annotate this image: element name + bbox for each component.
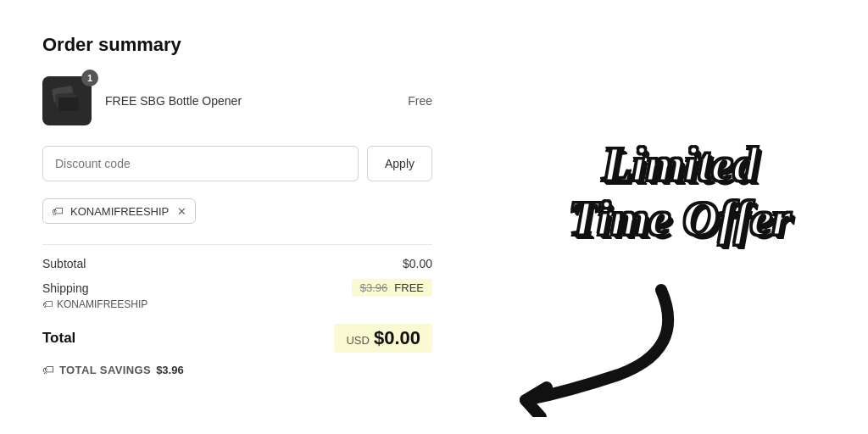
promo-text: Limited Time Offer [569, 137, 792, 246]
promo-line2: Time Offer [569, 192, 792, 246]
shipping-code-row: 🏷 KONAMIFREESHIP [42, 298, 432, 310]
shipping-original-price: $3.96 [360, 281, 388, 294]
discount-input[interactable] [42, 146, 359, 181]
shipping-free-label: FREE [394, 281, 424, 294]
subtotal-value: $0.00 [403, 257, 432, 270]
product-name: FREE SBG Bottle Opener [105, 94, 394, 108]
shipping-row: Shipping $3.96 FREE 🏷 KONAMIFREESHIP [42, 279, 432, 320]
arrow-decoration [500, 281, 687, 417]
savings-icon: 🏷 [42, 363, 54, 376]
shipping-coupon-icon: 🏷 [42, 298, 53, 310]
divider [42, 244, 432, 245]
product-quantity-badge: 1 [81, 70, 98, 86]
total-currency: USD [346, 334, 369, 347]
total-row: Total USD $0.00 [42, 324, 432, 353]
total-amount: $0.00 [374, 327, 420, 349]
total-label: Total [42, 330, 75, 347]
discount-row: Apply [42, 146, 432, 181]
svg-rect-2 [58, 97, 79, 111]
savings-label: TOTAL SAVINGS [59, 364, 151, 376]
subtotal-row: Subtotal $0.00 [42, 257, 432, 270]
product-price: Free [408, 94, 432, 108]
shipping-label: Shipping [42, 281, 89, 295]
shipping-value-wrapper: $3.96 FREE [352, 279, 432, 297]
page-title: Order summary [42, 34, 432, 56]
shipping-top: Shipping $3.96 FREE [42, 279, 432, 297]
right-panel: Limited Time Offer [475, 0, 868, 434]
left-panel: Order summary 1 FREE SBG Bottle Opener F… [0, 0, 475, 434]
savings-row: 🏷 TOTAL SAVINGS $3.96 [42, 363, 432, 376]
remove-coupon-button[interactable]: ✕ [177, 205, 186, 218]
tag-icon: 🏷 [52, 204, 64, 218]
product-image-wrapper: 1 [42, 76, 92, 125]
apply-button[interactable]: Apply [367, 146, 432, 181]
coupon-code-label: KONAMIFREESHIP [70, 205, 169, 218]
savings-amount: $3.96 [156, 364, 184, 376]
product-row: 1 FREE SBG Bottle Opener Free [42, 76, 432, 125]
product-icon [50, 84, 84, 118]
shipping-coupon-code: KONAMIFREESHIP [57, 298, 147, 310]
total-value-wrapper: USD $0.00 [334, 324, 432, 353]
coupon-tag: 🏷 KONAMIFREESHIP ✕ [42, 198, 196, 224]
subtotal-label: Subtotal [42, 257, 86, 270]
promo-line1: Limited [569, 137, 792, 192]
